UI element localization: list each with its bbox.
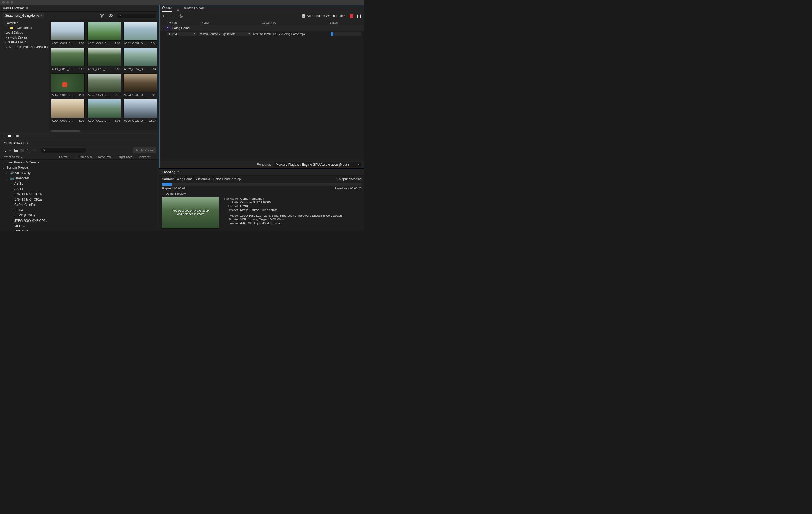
- preset-item[interactable]: ›AS-10: [0, 181, 159, 186]
- svg-rect-7: [8, 135, 11, 137]
- nav-back-icon[interactable]: ←: [47, 14, 50, 18]
- os-minimize-button[interactable]: [6, 1, 9, 4]
- clip-name: A002_C018_0922...: [52, 67, 74, 71]
- new-folder-icon[interactable]: [13, 149, 18, 152]
- clip-duration: 8:13: [79, 67, 84, 71]
- preset-item[interactable]: ›AS-11: [0, 186, 159, 191]
- panel-menu-icon[interactable]: ≡: [26, 6, 28, 10]
- renderer-dropdown[interactable]: Mercury Playback Engine GPU Acceleration…: [274, 162, 361, 167]
- os-close-button[interactable]: [2, 1, 5, 4]
- preset-audio-only[interactable]: ›🔊Audio Only: [0, 170, 159, 175]
- clip-name: A003_C092_0923...: [124, 93, 146, 97]
- project-dropdown[interactable]: Guatemala_GoingHome: [3, 13, 44, 18]
- media-search-input[interactable]: [117, 13, 156, 18]
- clip-duration: 3:04: [151, 67, 156, 71]
- svg-point-12: [21, 149, 22, 150]
- media-tree: ⌄Favorites ›📁 Guatamala ›Local Drives ›N…: [0, 20, 49, 133]
- filter-icon[interactable]: [99, 13, 105, 18]
- preset-group-system[interactable]: ⌄System Presets: [0, 165, 159, 170]
- media-clip[interactable]: A005_C029_0925...13:14: [123, 99, 157, 123]
- clip-duration: 3:02: [79, 119, 84, 122]
- queue-output-row[interactable]: H.264 Match Source - High bitrate /Volum…: [160, 31, 364, 37]
- tree-team-projects[interactable]: ›⎘ Team Projects Versions: [0, 45, 49, 49]
- media-clip[interactable]: A004_C010_0924...2:06: [87, 99, 121, 123]
- media-clip[interactable]: A001_C037_0921...2:08: [51, 22, 85, 46]
- clip-name: A004_C010_0924...: [88, 119, 110, 122]
- stop-queue-button[interactable]: [350, 14, 353, 18]
- tab-watch-folders[interactable]: Watch Folders: [184, 5, 205, 12]
- tree-local-drives[interactable]: ›Local Drives: [0, 30, 49, 35]
- preset-item[interactable]: ›MPEG2: [0, 223, 159, 229]
- tree-guatemala-folder[interactable]: ›📁 Guatamala: [0, 26, 49, 30]
- window-chrome: [0, 0, 364, 5]
- preset-item[interactable]: ›HEVC (H.265): [0, 213, 159, 218]
- preset-settings-icon: [21, 149, 24, 152]
- auto-encode-checkbox[interactable]: ✓ Auto-Encode Watch Folders: [302, 14, 346, 18]
- media-clip[interactable]: A002_C018_0922...3:02: [87, 48, 121, 71]
- media-clip[interactable]: A002_C009_09222...3:04: [123, 22, 157, 46]
- media-clip[interactable]: A003_C092_0923...6:08: [123, 73, 157, 97]
- tab-queue[interactable]: Queue: [162, 4, 172, 12]
- preset-item[interactable]: ›DNxHR MXF OP1a: [0, 197, 159, 202]
- output-preview-header[interactable]: ⌄Output Preview: [159, 191, 364, 196]
- output-preset-dropdown[interactable]: Match Source - High bitrate: [198, 32, 251, 36]
- thumbnail-view-icon[interactable]: [8, 135, 11, 137]
- preset-search-input[interactable]: [40, 148, 86, 153]
- encoding-metadata: File Name:Going Home.mp4 Path:/Volumes/P…: [223, 197, 361, 229]
- media-hscrollbar[interactable]: [49, 130, 159, 133]
- project-name: Guatemala_GoingHome: [5, 14, 39, 18]
- tree-network-drives[interactable]: ›Network Drives: [0, 35, 49, 40]
- media-clip[interactable]: A002_C018_0922...8:13: [51, 48, 85, 71]
- queue-panel: Queue ≡ Watch Folders + − ✓ Auto-Encode …: [159, 5, 364, 168]
- remove-source-icon: −: [174, 14, 176, 18]
- preset-broadcast[interactable]: ⌄📺Broadcast: [0, 175, 159, 181]
- os-maximize-button[interactable]: [10, 1, 13, 4]
- svg-point-8: [13, 135, 15, 137]
- panel-menu-icon[interactable]: ≡: [27, 141, 28, 145]
- clip-name: A002_C086_0922...: [52, 93, 74, 97]
- svg-point-13: [23, 150, 23, 151]
- clip-duration: 4:08: [115, 42, 120, 45]
- zoom-slider[interactable]: [13, 135, 56, 137]
- clip-thumbnail: [51, 22, 85, 40]
- ingest-icon[interactable]: [108, 13, 114, 18]
- encoding-progress-bar: [162, 183, 361, 186]
- media-clip[interactable]: A001_C064_0922...4:08: [87, 22, 121, 46]
- queue-job-row[interactable]: ⌄ Pr Going Home: [160, 25, 364, 31]
- preset-item[interactable]: ›MXF OP1a: [0, 229, 159, 231]
- media-clip[interactable]: A004_C002_0924...3:02: [51, 99, 85, 123]
- tree-favorites[interactable]: ⌄Favorites: [0, 21, 49, 26]
- encoding-panel: Encoding ≡ Source: Going Home (Guatamala…: [159, 168, 364, 231]
- add-preset-icon[interactable]: +▾: [3, 148, 6, 153]
- clip-duration: 2:08: [79, 42, 84, 45]
- preset-group-user[interactable]: ›User Presets & Groups: [0, 160, 159, 165]
- job-expand-icon[interactable]: ⌄: [162, 27, 164, 30]
- nav-forward-icon: →: [53, 14, 56, 18]
- media-clip[interactable]: A002_C086_0922...4:04: [51, 73, 85, 97]
- media-browser-title: Media Browser: [3, 6, 24, 10]
- media-clip[interactable]: A002_C052_0922...3:04: [123, 48, 157, 71]
- pause-queue-button[interactable]: ❚❚: [356, 14, 361, 18]
- import-preset-icon[interactable]: [27, 149, 31, 152]
- clip-duration: 4:04: [79, 93, 84, 97]
- tree-creative-cloud[interactable]: ⌄Creative Cloud: [0, 40, 49, 45]
- add-source-icon[interactable]: +: [162, 14, 164, 18]
- media-browser-panel: Media Browser ≡ Guatemala_GoingHome ← →: [0, 5, 159, 139]
- clip-thumbnail: [123, 22, 157, 40]
- queue-settings-icon: [168, 15, 171, 18]
- panel-menu-icon[interactable]: ≡: [177, 170, 179, 174]
- preset-item[interactable]: ›JPEG 2000 MXF OP1a: [0, 218, 159, 223]
- preset-item[interactable]: ›H.264: [0, 208, 159, 213]
- media-clip[interactable]: A003_C021_0923...6:18: [87, 73, 121, 97]
- preset-item[interactable]: ›DNxHD MXF OP1a: [0, 191, 159, 197]
- preset-browser-title: Preset Browser: [3, 141, 24, 145]
- clip-thumbnail: [87, 73, 121, 92]
- list-view-icon[interactable]: [3, 135, 6, 137]
- panel-menu-icon[interactable]: ≡: [177, 8, 179, 12]
- premiere-badge-icon: Pr: [166, 26, 170, 30]
- output-file-path[interactable]: /Volumes/PNY 128GB/Going Home.mp4: [253, 32, 329, 35]
- output-format-dropdown[interactable]: H.264: [168, 32, 197, 36]
- duplicate-icon[interactable]: [180, 14, 183, 18]
- preset-item[interactable]: ›GoPro CineForm: [0, 202, 159, 208]
- encoding-title: Encoding: [162, 170, 175, 174]
